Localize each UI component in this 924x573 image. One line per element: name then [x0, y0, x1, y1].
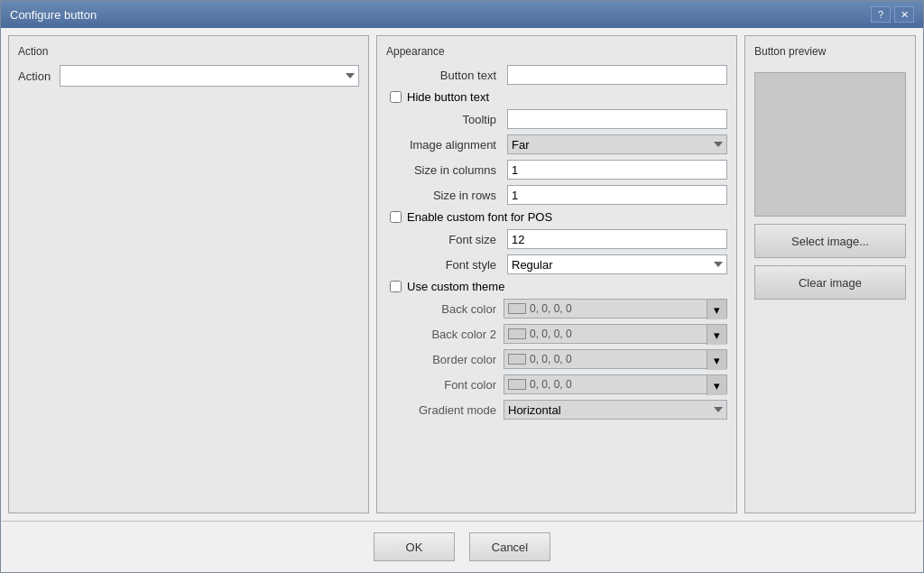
enable-custom-font-label: Enable custom font for POS — [407, 210, 552, 224]
hide-button-text-checkbox[interactable] — [390, 91, 402, 103]
border-color-value: 0, 0, 0, 0 — [530, 353, 572, 365]
preview-panel: Button preview Select image... Clear ima… — [744, 35, 916, 513]
tooltip-row: Tooltip — [386, 109, 727, 129]
action-section-title: Action — [18, 45, 359, 58]
back-color-swatch — [508, 303, 526, 314]
enable-custom-font-checkbox[interactable] — [390, 211, 402, 223]
gradient-mode-select[interactable]: Horizontal Vertical None — [504, 400, 727, 420]
border-color-label: Border color — [404, 353, 504, 366]
action-label: Action — [18, 69, 54, 83]
back-color-dropdown-arrow[interactable]: ▾ — [707, 300, 726, 319]
back-color2-select[interactable]: 0, 0, 0, 0 ▾ — [504, 324, 727, 344]
back-color2-row: Back color 2 0, 0, 0, 0 ▾ — [386, 324, 727, 344]
dialog-title: Configure button — [10, 8, 97, 22]
back-color2-label: Back color 2 — [404, 328, 504, 341]
use-custom-theme-row: Use custom theme — [386, 280, 727, 293]
back-color-select[interactable]: 0, 0, 0, 0 ▾ — [504, 299, 727, 319]
action-select[interactable] — [60, 65, 359, 87]
button-preview-area — [754, 72, 906, 217]
title-bar-controls: ? ✕ — [871, 6, 914, 23]
use-custom-theme-checkbox[interactable] — [390, 281, 402, 292]
select-image-button[interactable]: Select image... — [754, 224, 906, 258]
border-color-dropdown-arrow[interactable]: ▾ — [707, 350, 726, 370]
font-style-row: Font style Regular Bold Italic Bold Ital… — [386, 254, 727, 274]
configure-button-dialog: Configure button ? ✕ Action Action Appea… — [0, 0, 924, 573]
font-color-label: Font color — [404, 378, 504, 392]
font-color-swatch — [508, 379, 526, 390]
image-alignment-row: Image alignment Far Near Center — [386, 134, 727, 154]
preview-section-title: Button preview — [754, 45, 906, 58]
size-rows-input[interactable] — [507, 185, 727, 205]
size-rows-label: Size in rows — [386, 189, 504, 202]
appearance-section-title: Appearance — [386, 45, 727, 58]
font-style-label: Font style — [386, 258, 504, 272]
back-color2-swatch — [508, 328, 526, 339]
font-size-row: Font size — [386, 229, 727, 249]
back-color-value: 0, 0, 0, 0 — [530, 302, 572, 315]
button-text-input[interactable] — [507, 65, 727, 85]
border-color-row: Border color 0, 0, 0, 0 ▾ — [386, 349, 727, 369]
font-color-select[interactable]: 0, 0, 0, 0 ▾ — [504, 374, 727, 394]
tooltip-input[interactable] — [507, 109, 727, 129]
image-alignment-label: Image alignment — [386, 138, 504, 152]
image-alignment-select[interactable]: Far Near Center — [507, 134, 727, 154]
font-style-select[interactable]: Regular Bold Italic Bold Italic — [507, 254, 727, 274]
font-color-dropdown-arrow[interactable]: ▾ — [707, 375, 726, 395]
back-color2-dropdown-arrow[interactable]: ▾ — [707, 325, 726, 345]
cancel-button[interactable]: Cancel — [469, 532, 550, 561]
border-color-select[interactable]: 0, 0, 0, 0 ▾ — [504, 349, 727, 369]
font-size-label: Font size — [386, 233, 504, 246]
button-text-row: Button text — [386, 65, 727, 85]
gradient-mode-label: Gradient mode — [404, 403, 504, 417]
action-panel: Action Action — [8, 35, 369, 513]
use-custom-theme-label: Use custom theme — [407, 280, 504, 293]
font-size-input[interactable] — [507, 229, 727, 249]
appearance-panel: Appearance Button text Hide button text … — [376, 35, 737, 513]
size-columns-label: Size in columns — [386, 163, 504, 177]
help-button[interactable]: ? — [871, 6, 891, 23]
enable-custom-font-row: Enable custom font for POS — [386, 210, 727, 224]
action-row: Action — [18, 65, 359, 87]
hide-button-text-label: Hide button text — [407, 90, 489, 104]
dialog-footer: OK Cancel — [1, 521, 923, 572]
size-columns-row: Size in columns — [386, 160, 727, 180]
border-color-swatch — [508, 354, 526, 365]
close-button[interactable]: ✕ — [894, 6, 914, 23]
font-color-row: Font color 0, 0, 0, 0 ▾ — [386, 374, 727, 394]
clear-image-button[interactable]: Clear image — [754, 265, 906, 300]
ok-button[interactable]: OK — [374, 532, 455, 561]
title-bar: Configure button ? ✕ — [1, 1, 923, 28]
back-color-row: Back color 0, 0, 0, 0 ▾ — [386, 299, 727, 319]
size-rows-row: Size in rows — [386, 185, 727, 205]
back-color-label: Back color — [404, 302, 504, 316]
button-text-label: Button text — [386, 69, 504, 82]
tooltip-label: Tooltip — [386, 113, 504, 126]
size-columns-input[interactable] — [507, 160, 727, 180]
font-color-value: 0, 0, 0, 0 — [530, 378, 572, 391]
gradient-mode-row: Gradient mode Horizontal Vertical None — [386, 400, 727, 420]
dialog-body: Action Action Appearance Button text Hid… — [1, 28, 923, 521]
hide-button-text-row: Hide button text — [386, 90, 727, 104]
back-color2-value: 0, 0, 0, 0 — [530, 328, 572, 340]
